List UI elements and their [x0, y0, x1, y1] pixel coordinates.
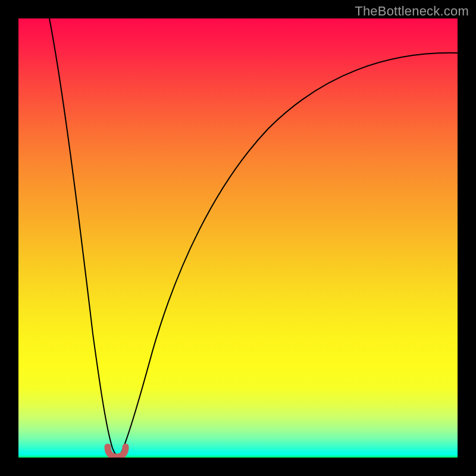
minimum-marker [108, 447, 126, 457]
watermark-text: TheBottleneck.com [355, 4, 469, 19]
chart-frame: TheBottleneck.com [0, 0, 476, 476]
plot-area [18, 18, 458, 458]
curves-layer [18, 18, 458, 458]
left-branch-curve [49, 18, 118, 456]
right-branch-curve [120, 53, 458, 456]
